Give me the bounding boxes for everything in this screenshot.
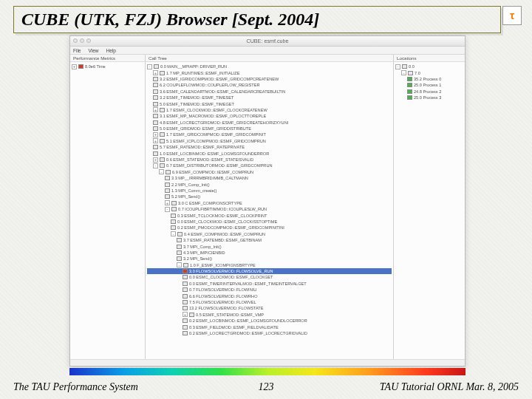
expand-icon[interactable]: + [153,107,158,112]
zoom-icon[interactable] [86,38,91,43]
color-swatch-icon [407,83,412,87]
expand-icon[interactable]: + [153,70,158,75]
calltree-row[interactable]: +1.7 ESMF_CLOCKMOD::ESMF_CLOCKCREATENEW [147,107,392,113]
calltree-row[interactable]: -0.0 MAIN__MPIAPP::DRIVER_RUN [147,64,392,69]
calltree-row[interactable]: 3.7 MPI_Comp_Init() [147,243,392,249]
calltree-row[interactable]: 2.2 MPI_Comp_Init() [147,181,392,187]
calltree-row[interactable]: +1.7 MP_RUNTIMES::ESMF_INITIALIZE [147,69,392,75]
calltree-row[interactable]: 0.0 ESMC_CLOCKMOD::ESMF_CLOCKGET [147,274,392,280]
expand-icon[interactable]: - [147,64,152,69]
calltree-row[interactable]: -1.0 F_ESMF_ICOMPIGNSBRTYPE [147,262,392,268]
window-title: CUBE: esmf.cube [246,38,288,44]
color-swatch-icon [153,114,158,118]
calltree-label: 0.7 ESMF_DISTRIBUTORMOD::ESMF_GRIDCOMPRU… [166,163,273,168]
calltree-label: 0.0 ESMF_CLOCKMOD::ESMF_CLOCKISSTOPTIME [177,219,277,224]
location-row[interactable]: 35.2 Process 0 [395,76,463,82]
color-swatch-icon [165,194,170,199]
calltree-row[interactable]: 3.3 MP__IRRRMBRID/MMB_CALTMANN [147,175,392,181]
menu-file[interactable]: File [73,48,81,53]
expand-icon[interactable]: - [159,169,164,174]
calltree-row[interactable]: 3.2 ESMF_TIMEMOD::ESMF_TIMESET [147,95,392,100]
expand-icon[interactable]: + [153,138,158,143]
expand-icon[interactable]: - [165,207,170,212]
calltree-row[interactable]: 1.0 ESMF_LOCBINMOD::ESMF_LOGMSGFOUNDERRO… [147,150,392,156]
traffic-light-buttons[interactable] [73,38,91,43]
location-row[interactable]: 25.0 Process 1 [395,82,463,88]
calltree-row[interactable]: 0.2 ESMF_PMODCOMPMOD::ESMF_GRIDCOMPINITI… [147,225,392,231]
calltree-row[interactable]: 5.7 ESMF_RATEMOD::ESMF_RATEPRIVATE [147,144,392,150]
metrics-tree[interactable]: + 8.0e6 Time [70,62,145,359]
minimize-icon[interactable] [80,38,84,43]
calltree-label: 0.2 ESMF_LOCRECTGRIDMOD::ESMF_LOCRECTGRI… [189,331,307,335]
calltree-panel: Call Tree -0.0 MAIN__MPIAPP::DRIVER_RUN+… [146,55,394,359]
expand-icon[interactable]: - [395,64,400,69]
calltree-row[interactable]: 6.2 COUPLEFLOWMOD::COUPLEFLOW_REGISTER [147,82,392,88]
calltree-row[interactable]: +3.0 C ESMF_COMPIONSCRTYPE [147,200,392,206]
calltree-row[interactable]: 0.2 ESMF_LOCBINMOD::ESMF_LOGMSGFOUNDLOCE… [147,318,392,324]
locations-tree[interactable]: - 0.0 - 7.0 35.2 Process 0 25.0 Process … [394,62,465,359]
calltree-row[interactable]: 4.3 MPI_IMPICIENBID [147,250,392,256]
calltree-row[interactable]: 3.6 ESMF_CALENDARTMOD::ESMF_CALENDARCREA… [147,89,392,95]
calltree-row[interactable]: +1.7 ESMF_GRIDCOMPMOD::ESMF_GRIDCOMPINIT [147,132,392,137]
calltree-row[interactable]: 0.2 ESMF_LOCRECTGRIDMOD::ESMF_LOCRECTGRI… [147,330,392,336]
calltree-row[interactable]: 6.6 FLOWSOLVERMOD::FLOWRHO [147,293,392,299]
calltree-row[interactable]: 3.2 MPI_Send() [147,256,392,262]
expand-icon[interactable]: - [177,262,182,267]
calltree-row[interactable]: 3.0 FLOWSOLVERMOD::FLOWSOLVE_RUN [147,268,392,274]
calltree-row[interactable]: 5.0 ESMF_TIMEMOD::ESMF_TIMEGET [147,100,392,106]
location-label: 0.0 [409,64,415,69]
close-icon[interactable] [73,38,78,43]
calltree-label: 0.3 ESMF_TCLOCKMOD::ESMF_CLOCKPRINT [177,214,267,218]
calltree-row[interactable]: +0.6 ESMF_STATEMOD::ESMF_STATEISVALID [147,157,392,163]
expand-icon[interactable]: + [72,64,77,69]
color-swatch-icon [407,89,412,94]
calltree-label: 3.3 MP__IRRRMBRID/MMB_CALTMANN [171,176,248,180]
color-swatch-icon [160,139,165,143]
color-swatch-icon [153,83,158,87]
footer-right: TAU Tutorial ORNL Mar. 8, 2005 [380,381,519,393]
window-titlebar: CUBE: esmf.cube [70,36,465,47]
expand-icon[interactable]: + [165,200,170,205]
expand-icon[interactable]: - [153,163,158,168]
expand-icon[interactable]: - [401,70,406,75]
expand-icon[interactable]: + [153,132,158,137]
calltree-row[interactable]: +5.1 ESMF_ICPLCOMPMOD::ESMF_GRIDCOMPRUN [147,138,392,144]
calltree-row[interactable]: -0.7 ICOUPLFIBRTIMMOD::ICOUPLESLW_RUN [147,206,392,212]
color-swatch-icon [177,232,183,236]
calltree-row[interactable]: 5.0 ESMF_GRIDMOD::ESMF_GRIDDISTRIBUTE [147,126,392,132]
metric-row[interactable]: + 8.0e6 Time [72,64,143,69]
calltree-tree[interactable]: -0.0 MAIN__MPIAPP::DRIVER_RUN+1.7 MP_RUN… [146,62,393,359]
calltree-row[interactable]: 0.0 ESMF_CLOCKMOD::ESMF_CLOCKISSTOPTIME [147,219,392,225]
expand-icon[interactable]: + [153,157,158,163]
calltree-row[interactable]: 3.1 ESMF_MP_MACROMOD::ESMF_OPLOCTTOREPLE [147,113,392,119]
calltree-row[interactable]: +0.5 ESMF_STATEMOD::ESMF_VMP [147,312,392,318]
calltree-row[interactable]: 3.7 ESMF_RATEMBD::ESMF_GETBINAM [147,237,392,243]
calltree-row[interactable]: 7.5 FLOWSOLVERMOD::FLOWVEL [147,299,392,305]
location-label: 35.2 Process 0 [414,77,441,81]
calltree-row[interactable]: -6.9 ESMF_COMPMOD::IESMF_COMPRUN [147,169,392,175]
calltree-label: 3.7 ESMF_RATEMBD::ESMF_GETBINAM [183,238,262,242]
expand-icon[interactable]: - [171,231,176,236]
expand-icon[interactable]: + [183,312,188,317]
location-row[interactable]: 25.0 Process 3 [395,95,463,100]
calltree-row[interactable]: 0.3 ESMF_FIELDMOD::ESMF_FIELDVALIDATE [147,324,392,330]
calltree-row[interactable]: 13.2 FLOWSOLVERMOD::FLOWSTATE [147,305,392,311]
calltree-row[interactable]: 5.2 MPI_Send() [147,194,392,200]
calltree-row[interactable]: 3.2 ESMF_IGRIDCOMPMOD::ESMF_GRIDCOMPCREA… [147,76,392,82]
calltree-row[interactable]: -0.4 ESMF_COMPIMOD::ESMF_COMPRUN [147,231,392,237]
color-swatch-icon [166,170,171,174]
calltree-row[interactable]: 0.7 FLOWSOLVERMOD::FLOWINIU [147,287,392,293]
location-row[interactable]: 24.8 Process 2 [395,89,463,95]
menu-help[interactable]: Help [106,48,115,53]
calltree-row[interactable]: 1.3 MPI_Comm_create() [147,188,392,194]
slide-footer: The TAU Performance System 123 TAU Tutor… [0,380,532,395]
location-row[interactable]: - 0.0 [395,64,463,69]
calltree-row[interactable]: 4.8 ESMF_LOCRECTGRIDMOD::ESMF_GRIDCREATE… [147,120,392,126]
color-swatch-icon [165,188,170,193]
location-row[interactable]: - 7.0 [395,69,463,75]
calltree-row[interactable]: -0.7 ESMF_DISTRIBUTORMOD::ESMF_GRIDCOMPR… [147,163,392,168]
calltree-row[interactable]: 0.3 ESMF_TCLOCKMOD::ESMF_CLOCKPRINT [147,212,392,218]
calltree-row[interactable]: 0.0 ESMF_TIMERINTERVALMOD::ESMF_TIMEINTE… [147,281,392,287]
color-swatch-icon [183,331,188,335]
menu-view[interactable]: View [88,48,98,53]
